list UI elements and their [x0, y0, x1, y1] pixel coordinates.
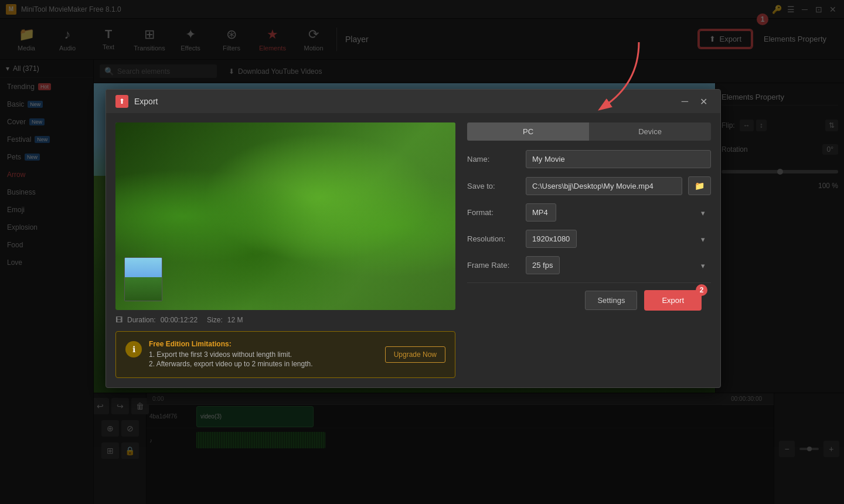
- modal-settings: PC Device Name: Save to: 📁 Format:: [467, 122, 711, 378]
- modal-title: Export: [134, 97, 158, 106]
- tab-device[interactable]: Device: [589, 122, 711, 141]
- browse-folder-btn[interactable]: 📁: [688, 176, 711, 195]
- size-value: 12 M: [227, 316, 243, 324]
- tab-pc[interactable]: PC: [467, 122, 589, 141]
- modal-title-row: ⬆ Export: [115, 95, 158, 108]
- modal-controls: ─ ✕: [678, 95, 711, 108]
- format-select[interactable]: MP4 MOV AVI MKV: [526, 203, 556, 222]
- save-to-field-row: Save to: 📁: [467, 176, 711, 195]
- warning-line-2: 2. Afterwards, export video up to 2 minu…: [149, 360, 378, 368]
- format-field-row: Format: MP4 MOV AVI MKV: [467, 203, 711, 222]
- modal-video-frame: [115, 122, 455, 310]
- frame-rate-select-wrap: 25 fps 30 fps 60 fps 24 fps: [526, 256, 711, 274]
- name-input[interactable]: [526, 150, 711, 168]
- settings-button[interactable]: Settings: [585, 291, 637, 310]
- modal-minimize-btn[interactable]: ─: [678, 95, 692, 108]
- resolution-select[interactable]: 1920x1080 1280x720 3840x2160: [526, 230, 577, 248]
- modal-icon: ⬆: [115, 95, 128, 108]
- modal-footer: Settings 2 Export: [467, 282, 711, 318]
- name-label: Name:: [467, 155, 520, 164]
- warning-title: Free Edition Limitations:: [149, 340, 378, 348]
- save-to-label: Save to:: [467, 182, 520, 190]
- format-select-wrap: MP4 MOV AVI MKV: [526, 203, 711, 222]
- modal-body: 🎞 Duration: 00:00:12:22 Size: 12 M ℹ Fre…: [106, 113, 720, 387]
- name-field-row: Name:: [467, 150, 711, 168]
- warning-line-1: 1. Export the first 3 videos without len…: [149, 350, 378, 359]
- export-badge-2: 2: [696, 284, 707, 296]
- film-strip-icon: 🎞: [115, 316, 122, 324]
- warning-text: Free Edition Limitations: 1. Export the …: [149, 340, 378, 369]
- resolution-select-wrap: 1920x1080 1280x720 3840x2160: [526, 230, 711, 248]
- frame-rate-field-row: Frame Rate: 25 fps 30 fps 60 fps 24 fps: [467, 256, 711, 274]
- frame-rate-label: Frame Rate:: [467, 261, 520, 270]
- size-label: Size:: [207, 316, 223, 324]
- format-label: Format:: [467, 208, 520, 217]
- modal-close-btn[interactable]: ✕: [696, 95, 711, 108]
- resolution-label: Resolution:: [467, 234, 520, 243]
- warning-box: ℹ Free Edition Limitations: 1. Export th…: [115, 331, 455, 378]
- export-btn-wrap: 2 Export: [644, 290, 702, 311]
- arrow-indicator: [586, 36, 656, 118]
- duration-value: 00:00:12:22: [161, 316, 198, 324]
- save-to-input[interactable]: [526, 177, 682, 195]
- frame-rate-select[interactable]: 25 fps 30 fps 60 fps 24 fps: [526, 256, 560, 274]
- warning-icon: ℹ: [125, 341, 142, 357]
- upgrade-now-btn[interactable]: Upgrade Now: [385, 346, 445, 363]
- video-thumbnail: [124, 257, 162, 301]
- duration-label: Duration:: [127, 316, 156, 324]
- export-modal-button[interactable]: Export: [644, 290, 702, 311]
- resolution-field-row: Resolution: 1920x1080 1280x720 3840x2160: [467, 230, 711, 248]
- modal-overlay: ⬆ Export ─ ✕: [0, 0, 844, 504]
- modal-info-row: 🎞 Duration: 00:00:12:22 Size: 12 M: [115, 310, 455, 326]
- export-icon: ⬆: [119, 97, 125, 105]
- video-plants: [115, 122, 455, 310]
- export-tabs: PC Device: [467, 122, 711, 141]
- export-modal: ⬆ Export ─ ✕: [106, 89, 721, 388]
- modal-preview-section: 🎞 Duration: 00:00:12:22 Size: 12 M ℹ Fre…: [115, 122, 455, 378]
